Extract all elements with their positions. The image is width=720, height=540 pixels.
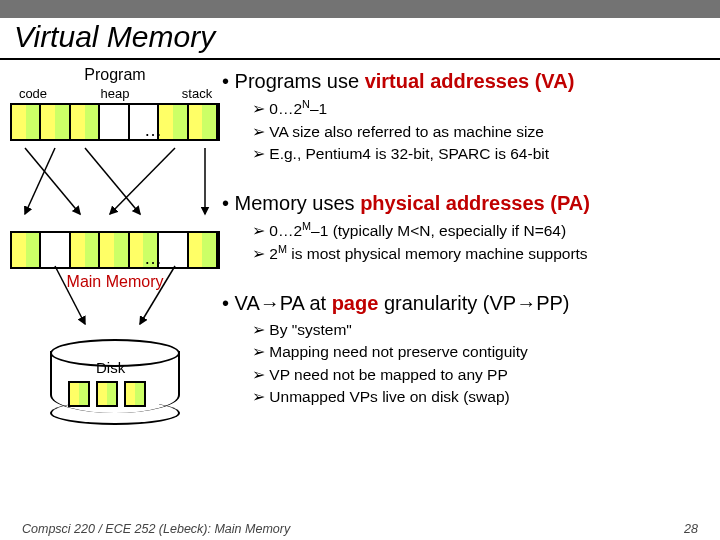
program-label: Program bbox=[10, 66, 220, 84]
gap-cell bbox=[100, 105, 129, 139]
main-memory-label: Main Memory bbox=[10, 273, 220, 291]
bullet-vp-pp: VP need not be mapped to any PP bbox=[252, 364, 712, 386]
ellipsis: … bbox=[144, 248, 162, 269]
seg-stack-label: stack bbox=[176, 86, 218, 101]
svg-line-0 bbox=[25, 148, 80, 214]
mm-page bbox=[189, 233, 218, 267]
stack-page-1 bbox=[159, 105, 188, 139]
mm-page bbox=[100, 233, 129, 267]
seg-code-label: code bbox=[12, 86, 54, 101]
mm-page bbox=[71, 233, 100, 267]
footer: Compsci 220 / ECE 252 (Lebeck): Main Mem… bbox=[0, 522, 720, 536]
segment-labels: code heap stack bbox=[10, 86, 220, 103]
bullet-column: Programs use virtual addresses (VA) 0…2N… bbox=[222, 70, 712, 409]
disk-label: Disk bbox=[96, 359, 125, 376]
heap-page-1 bbox=[41, 105, 70, 139]
bullet-pa-max: 2M is most physical memory machine suppo… bbox=[252, 242, 712, 266]
mm-page bbox=[12, 233, 41, 267]
page-title: Virtual Memory bbox=[14, 20, 720, 54]
ellipsis: … bbox=[144, 120, 162, 141]
seg-heap-label: heap bbox=[54, 86, 176, 101]
bullet-page: VA→PA at page granularity (VP→PP) bbox=[222, 292, 712, 315]
page-number: 28 bbox=[684, 522, 698, 536]
svg-line-3 bbox=[110, 148, 175, 214]
diagram-column: Program code heap stack … bbox=[10, 66, 220, 441]
bullet-va-size: VA size also referred to as machine size bbox=[252, 121, 712, 143]
mm-empty bbox=[159, 233, 188, 267]
disk-page bbox=[96, 381, 118, 407]
bullet-pa-range: 0…2M–1 (typically M<N, especially if N=6… bbox=[252, 219, 712, 243]
bullet-va: Programs use virtual addresses (VA) bbox=[222, 70, 712, 93]
bullet-by-system: By "system" bbox=[252, 319, 712, 341]
disk-page bbox=[124, 381, 146, 407]
bullet-pa: Memory uses physical addresses (PA) bbox=[222, 192, 712, 215]
bullet-va-example: E.g., Pentium4 is 32-bit, SPARC is 64-bi… bbox=[252, 143, 712, 165]
mm-empty bbox=[41, 233, 70, 267]
bullet-va-range: 0…2N–1 bbox=[252, 97, 712, 121]
footer-left: Compsci 220 / ECE 252 (Lebeck): Main Mem… bbox=[22, 522, 290, 536]
disk-diagram: Disk bbox=[10, 331, 220, 441]
program-address-space: … bbox=[10, 103, 220, 141]
main-memory-box: … bbox=[10, 231, 220, 269]
code-page bbox=[12, 105, 41, 139]
bullet-swap: Unmapped VPs live on disk (swap) bbox=[252, 386, 712, 408]
bullet-contiguity: Mapping need not preserve contiguity bbox=[252, 341, 712, 363]
heap-page-2 bbox=[71, 105, 100, 139]
stack-page-2 bbox=[189, 105, 218, 139]
svg-line-1 bbox=[25, 148, 55, 214]
disk-page bbox=[68, 381, 90, 407]
top-bar bbox=[0, 0, 720, 18]
svg-line-2 bbox=[85, 148, 140, 214]
